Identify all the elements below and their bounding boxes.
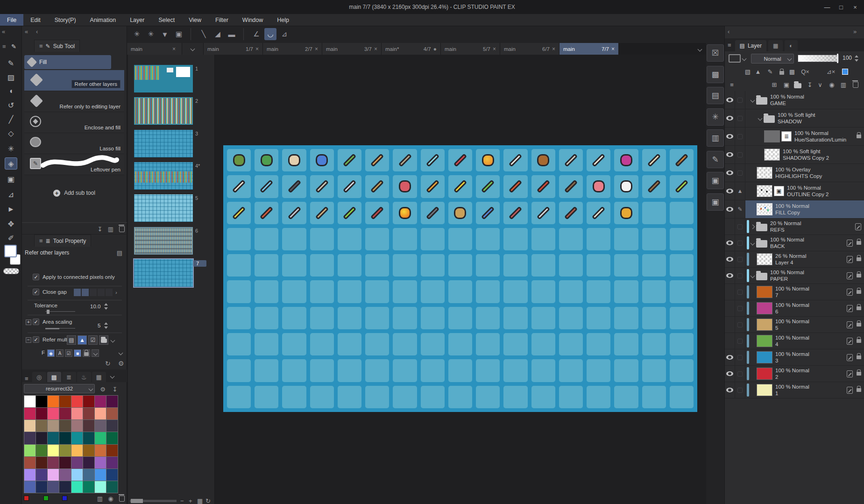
page-grid-icon[interactable]: ▦ — [197, 497, 203, 504]
layer-check-cell[interactable] — [735, 333, 745, 349]
material-3d2-icon[interactable]: ▣ — [707, 193, 724, 211]
blue-swatch[interactable] — [62, 496, 67, 501]
palette-menu-icon[interactable]: ≡ — [25, 375, 28, 382]
subtool-item-lasso-fill[interactable]: Lasso fill — [24, 133, 124, 154]
tab-page-7-7[interactable]: main7/7× — [559, 43, 619, 55]
color-swatch-45[interactable] — [83, 457, 94, 469]
color-slider-tab[interactable]: ≣ — [62, 372, 76, 382]
tab-animation-cels[interactable]: ▦ — [768, 40, 783, 51]
reset-history-icon[interactable]: ↻ — [105, 360, 111, 367]
color-swatch-9[interactable] — [36, 408, 47, 419]
page-thumbnail-7[interactable] — [134, 259, 193, 287]
page-number-5[interactable]: 5 — [195, 195, 208, 201]
color-swatch-16[interactable] — [24, 420, 35, 432]
tab-close-icon[interactable]: × — [255, 46, 259, 52]
material-pattern-icon[interactable]: ▩ — [707, 66, 724, 83]
layer-expand-chevron-icon[interactable] — [751, 223, 754, 230]
menu-edit[interactable]: Edit — [23, 14, 48, 26]
layer-row-5[interactable]: 100 % Normal5 — [725, 317, 864, 333]
layer-row-body[interactable]: 100 % NormalPAPER — [745, 268, 864, 284]
layer-collapse-chevron-icon[interactable] — [758, 115, 762, 121]
area-scaling-value[interactable]: 5 — [98, 323, 100, 328]
color-swatch-56[interactable] — [24, 481, 35, 493]
layer-check-cell[interactable]: ▲ — [735, 182, 745, 200]
menu-file[interactable]: File — [0, 14, 23, 26]
exclude-square-icon[interactable]: ■ — [74, 349, 81, 357]
layer-thumbnail[interactable] — [764, 149, 780, 161]
draft-layer-icon[interactable]: ✎ — [765, 67, 775, 77]
color-swatch-0[interactable] — [24, 396, 35, 407]
transfer-down-icon[interactable]: ↧ — [805, 80, 815, 90]
layer-row-body[interactable]: 100 % NormalBACK — [745, 235, 864, 251]
page-number-3[interactable]: 3 — [195, 131, 208, 136]
color-swatch-40[interactable] — [24, 457, 35, 469]
ruler-show-icon[interactable]: ⊿× — [826, 67, 836, 77]
nav-zoom-handle[interactable] — [131, 499, 143, 503]
color-swatch-59[interactable] — [59, 481, 71, 493]
new-raster-layer-icon[interactable]: ⊞ — [769, 80, 779, 90]
page-thumbnail-5[interactable] — [134, 194, 193, 222]
color-swatch-1[interactable] — [36, 396, 47, 407]
layer-row-body[interactable]: 100 % NormalFILL Copy — [745, 200, 864, 218]
color-swatch-11[interactable] — [59, 408, 71, 419]
layer-row-6[interactable]: 100 % Normal6 — [725, 300, 864, 317]
tolerance-slider-thumb[interactable] — [47, 310, 50, 314]
tab-close-icon[interactable]: × — [374, 46, 377, 52]
mask-enable-icon[interactable]: Q× — [800, 67, 810, 77]
eye-icon[interactable] — [726, 207, 733, 212]
color-swatch-22[interactable] — [95, 420, 106, 432]
layer-visibility-cell[interactable] — [725, 349, 735, 365]
tab-list-chevron-icon[interactable] — [182, 43, 204, 55]
layer-checkbox[interactable] — [737, 388, 743, 393]
layer-checkbox[interactable] — [737, 306, 743, 311]
layer-row-body[interactable]: 100 % Normal3 — [745, 349, 864, 365]
eye-icon[interactable] — [726, 116, 733, 121]
eye-icon[interactable] — [726, 355, 733, 360]
color-swatch-20[interactable] — [71, 420, 83, 432]
exclude-check-icon[interactable]: ☑ — [65, 349, 72, 357]
exclude-chevron-icon[interactable] — [92, 349, 99, 357]
transparent-color-swatch[interactable] — [3, 268, 19, 274]
lock-transparent-icon[interactable]: ▩ — [787, 67, 797, 77]
color-swatch-4[interactable] — [71, 396, 83, 407]
color-swatch-54[interactable] — [95, 469, 106, 481]
layer-check-cell[interactable] — [735, 317, 745, 333]
layer-row-shadows-copy-2[interactable]: 100 % Soft lightSHADOWS Copy 2 — [725, 146, 864, 164]
layer-check-cell[interactable] — [735, 366, 745, 382]
palette-set-select[interactable]: resurrect32 — [24, 384, 95, 393]
color-swatch-28[interactable] — [71, 432, 83, 444]
layer-check-cell[interactable] — [735, 235, 745, 251]
duplicate-subtool-icon[interactable]: ▥ — [106, 225, 115, 233]
eyedropper-tool[interactable]: ✐ — [5, 232, 17, 244]
close-gap-checkbox[interactable]: ✓ — [33, 289, 39, 295]
color-swatch-14[interactable] — [95, 408, 106, 419]
gap-level-4[interactable] — [98, 289, 105, 296]
color-swatch-31[interactable] — [106, 432, 118, 444]
page-thumbnail-2[interactable] — [134, 97, 193, 125]
import-subtool-icon[interactable]: ↧ — [96, 225, 104, 233]
color-swatch-48[interactable] — [24, 469, 35, 481]
rotate-reset-icon[interactable]: ↻ — [205, 497, 211, 504]
exclude-text-icon[interactable]: A — [56, 349, 64, 357]
layer-checkbox[interactable] — [737, 339, 743, 344]
layer-check-cell[interactable] — [735, 300, 745, 316]
layer-row-body[interactable]: 100 % Normal1 — [745, 382, 864, 398]
refer-chevron-icon[interactable] — [111, 338, 115, 343]
refer-selected-icon[interactable]: ☑ — [88, 335, 98, 345]
tolerance-stepper[interactable] — [104, 303, 108, 310]
layer-check-cell[interactable] — [735, 109, 745, 127]
page-thumbnail-1[interactable] — [134, 65, 193, 92]
exclude-pen-icon[interactable]: ◈ — [47, 349, 55, 357]
palette-color-chevron-icon[interactable] — [742, 57, 747, 61]
figure-tool[interactable]: ⊿ — [5, 188, 17, 200]
opacity-slider-handle[interactable] — [837, 54, 838, 63]
color-swatch-47[interactable] — [106, 457, 118, 469]
page-number-4[interactable]: 4* — [195, 163, 208, 169]
select-rect-icon[interactable]: ▬ — [226, 28, 238, 40]
hand-tool[interactable]: ✥ — [5, 218, 17, 230]
color-swatch-57[interactable] — [36, 481, 47, 493]
layer-collapse-chevron-icon[interactable] — [751, 97, 754, 103]
layer-visibility-cell[interactable] — [725, 235, 735, 251]
tab-document-main[interactable]: main× — [127, 43, 182, 55]
tab-page-4-7[interactable]: main*4/7● — [382, 43, 441, 55]
